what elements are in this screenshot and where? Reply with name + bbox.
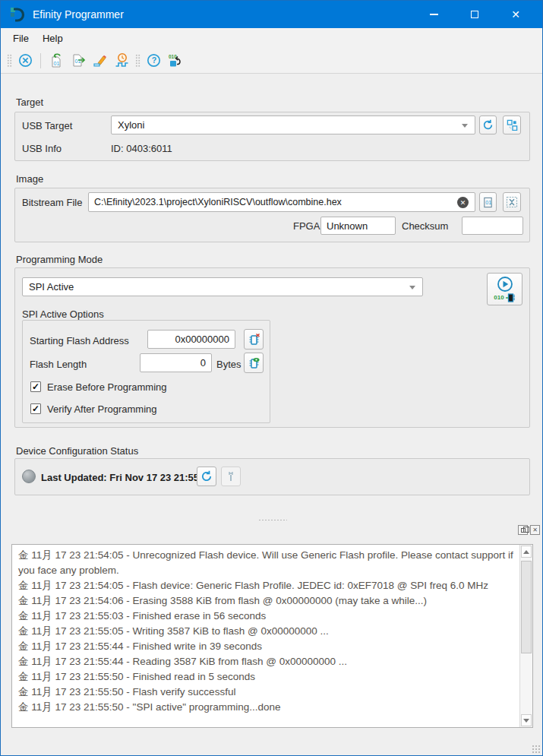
close-icon: ✕ (532, 527, 538, 533)
log-line: 金 11月 17 23 21:55:50 - Finished read in … (18, 669, 513, 685)
usb-info-label: USB Info (22, 143, 62, 154)
maximize-button[interactable] (457, 1, 492, 28)
timing-button[interactable] (111, 50, 133, 71)
import-bitstream-icon: 01 (49, 52, 64, 68)
fpga-value-field[interactable] (320, 217, 396, 235)
console-log[interactable]: 金 11月 17 23 21:54:05 - Unrecognized Flas… (11, 544, 533, 728)
menu-bar: File Help (1, 28, 542, 48)
erase-before-programming-label: Erase Before Programming (47, 381, 167, 393)
bytes-label: Bytes (216, 359, 242, 370)
read-flash-length-button[interactable] (244, 353, 264, 373)
programmer-tool-button[interactable]: 010 (165, 50, 187, 71)
status-tools-button[interactable] (221, 467, 241, 486)
console-scrollbar[interactable] (519, 545, 532, 727)
device-chain-icon (507, 119, 518, 131)
refresh-usb-targets-button[interactable] (479, 115, 497, 134)
splitter-handle[interactable] (258, 519, 287, 521)
toolbar-grip[interactable] (7, 54, 12, 68)
efinity-logo-icon (9, 6, 26, 23)
usb-target-dropdown[interactable]: Xyloni (111, 115, 475, 134)
chevron-down-icon (409, 286, 415, 289)
close-icon: ✕ (511, 9, 520, 20)
start-bits-label: 010 (494, 295, 504, 301)
console-log-content: 金 11月 17 23 21:54:05 - Unrecognized Flas… (12, 545, 519, 727)
select-device-button[interactable] (503, 115, 521, 134)
arrow-down-icon (523, 719, 529, 723)
log-line: 金 11月 17 23 21:55:50 - "SPI active" prog… (18, 700, 513, 715)
maximize-icon (471, 11, 478, 18)
float-console-button[interactable] (518, 525, 528, 535)
chip-inspect-icon (248, 356, 260, 369)
svg-text:?: ? (152, 55, 156, 65)
start-program-button[interactable]: 010 (487, 273, 522, 305)
device-status-section-label: Device Configuration Status (16, 445, 138, 457)
toolbar-separator (40, 53, 41, 68)
title-bar: Efinity Programmer ✕ (1, 1, 542, 28)
log-line: 金 11月 17 23 21:54:05 - Unrecognized Flas… (18, 548, 513, 578)
console-dock-buttons: ✕ (518, 525, 540, 535)
close-button[interactable]: ✕ (498, 1, 533, 28)
menu-file[interactable]: File (6, 30, 36, 46)
log-line: 金 11月 17 23 21:55:03 - Finished erase in… (18, 609, 513, 624)
log-line: 金 11月 17 23 21:54:06 - Erasing 3588 KiB … (18, 593, 513, 609)
binary-file-icon: 01 (482, 197, 494, 208)
usb-target-label: USB Target (22, 120, 72, 131)
flash-length-input[interactable] (140, 353, 212, 372)
log-line: 金 11月 17 23 21:55:50 - Flash verify succ… (18, 685, 513, 700)
combine-icon (506, 196, 518, 208)
starting-flash-address-label: Starting Flash Address (30, 335, 129, 346)
float-icon (521, 528, 526, 533)
import-bitstream-button[interactable]: 01 (45, 50, 67, 71)
timing-icon (114, 52, 130, 68)
scroll-down-button[interactable] (521, 714, 532, 726)
clear-bitstream-icon[interactable]: ✕ (457, 197, 469, 208)
close-console-button[interactable]: ✕ (530, 525, 540, 535)
programmer-tool-icon: 010 (168, 52, 184, 68)
scroll-up-button[interactable] (521, 546, 532, 558)
chip-icon (505, 293, 516, 303)
programming-mode-dropdown[interactable]: SPI Active (22, 277, 423, 296)
resize-grip[interactable] (532, 745, 541, 754)
disconnect-icon (18, 53, 33, 68)
toolbar: 01 01 (1, 48, 542, 74)
log-line: 金 11月 17 23 21:54:05 - Flash device: Gen… (18, 578, 513, 593)
menu-help[interactable]: Help (36, 30, 70, 46)
wrench-icon (226, 471, 236, 482)
checksum-field[interactable] (462, 217, 523, 235)
flash-length-label: Flash Length (30, 359, 87, 370)
check-icon: ✓ (32, 381, 39, 392)
svg-text:01: 01 (485, 200, 491, 205)
minimize-icon (430, 14, 438, 15)
log-line: 金 11月 17 23 21:55:05 - Writing 3587 KiB … (18, 624, 513, 639)
disconnect-button[interactable] (14, 50, 36, 71)
refresh-status-button[interactable] (197, 467, 216, 486)
scrollbar-thumb[interactable] (521, 561, 532, 653)
refresh-icon (200, 470, 213, 482)
refresh-icon (482, 119, 494, 131)
export-bitstream-button[interactable]: 01 (67, 50, 89, 71)
window-title: Efinity Programmer (33, 8, 124, 21)
bitstream-file-label: Bitstream File (22, 197, 82, 208)
chip-clear-icon (248, 333, 260, 346)
svg-text:01: 01 (74, 59, 81, 64)
checksum-label: Checksum (402, 220, 448, 232)
arrow-up-icon (523, 550, 529, 554)
verify-after-programming-checkbox[interactable]: ✓ (30, 403, 41, 414)
toolbar-grip[interactable] (135, 54, 140, 68)
export-bitstream-icon: 01 (71, 52, 86, 68)
svg-text:01: 01 (53, 61, 59, 66)
clear-flash-address-button[interactable] (244, 329, 264, 350)
combine-images-button[interactable] (503, 192, 521, 212)
log-line: 金 11月 17 23 21:55:44 - Reading 3587 KiB … (18, 654, 513, 669)
minimize-button[interactable] (416, 1, 451, 28)
help-button[interactable]: ? (143, 50, 165, 71)
bitstream-file-input[interactable] (88, 192, 475, 212)
edit-button[interactable] (89, 50, 111, 71)
log-line: 金 11月 17 23 21:55:44 - Finished write in… (18, 639, 513, 654)
help-icon: ? (147, 53, 161, 68)
starting-flash-address-input[interactable] (147, 330, 235, 349)
usb-info-value: ID: 0403:6011 (111, 143, 172, 154)
usb-target-value: Xyloni (118, 119, 144, 131)
erase-before-programming-checkbox[interactable]: ✓ (30, 381, 41, 392)
open-bitstream-button[interactable]: 01 (479, 192, 497, 212)
